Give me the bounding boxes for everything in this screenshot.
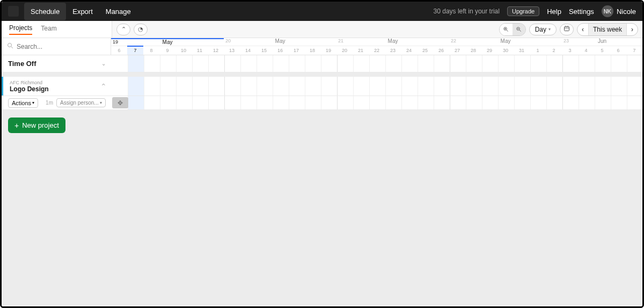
assign-row-label: Actions ▾ 1m Assign person... ▾ <box>2 96 112 109</box>
tab-projects[interactable]: Projects <box>9 24 32 35</box>
new-project-label: New project <box>22 121 59 129</box>
nav-schedule[interactable]: Schedule <box>24 3 66 20</box>
section-timeoff-label: Time Off <box>8 60 36 68</box>
day-header[interactable]: 26 <box>433 46 449 55</box>
day-header[interactable]: 31 <box>514 46 530 55</box>
day-header[interactable]: 19 <box>320 46 336 55</box>
nav-manage[interactable]: Manage <box>99 3 137 20</box>
day-header[interactable]: 21 <box>353 46 369 55</box>
rows: Time Off ⌄ AFC Richmond Logo Design ⌃ <box>2 55 642 110</box>
user-menu[interactable]: NK Nicole <box>602 5 636 17</box>
week-header: 23Jun <box>562 38 642 46</box>
zoom-level-label: Day <box>535 26 546 33</box>
plus-icon: + <box>14 122 19 129</box>
chevron-down-icon: ▾ <box>548 27 551 32</box>
day-header[interactable]: 12 <box>208 46 224 55</box>
chevron-left-icon: ‹ <box>582 26 584 33</box>
week-header: 19May <box>111 38 224 46</box>
assign-row: Actions ▾ 1m Assign person... ▾ ✥ <box>2 96 642 110</box>
chevron-down-icon: ⌄ <box>101 61 106 67</box>
tab-team[interactable]: Team <box>41 25 56 34</box>
project-row: AFC Richmond Logo Design ⌃ <box>2 77 642 96</box>
day-header[interactable]: 2 <box>546 46 562 55</box>
day-header[interactable]: 6 <box>610 46 626 55</box>
day-header[interactable]: 10 <box>175 46 192 55</box>
svg-rect-7 <box>564 27 569 31</box>
search-input[interactable] <box>17 43 105 50</box>
day-header[interactable]: 13 <box>224 46 240 55</box>
day-header[interactable]: 4 <box>578 46 594 55</box>
day-header[interactable]: 22 <box>369 46 385 55</box>
day-header[interactable]: 14 <box>240 46 256 55</box>
day-header[interactable]: 11 <box>192 46 208 55</box>
day-header[interactable]: 15 <box>256 46 272 55</box>
new-project-button[interactable]: + New project <box>8 118 65 133</box>
app-logo[interactable] <box>8 6 19 17</box>
day-header[interactable]: 1 <box>530 46 546 55</box>
section-timeoff-header[interactable]: Time Off ⌄ <box>2 55 112 72</box>
day-header[interactable]: 7 <box>127 46 143 55</box>
day-header[interactable]: 20 <box>336 46 353 55</box>
day-header[interactable]: 18 <box>304 46 320 55</box>
search-cell <box>2 38 111 55</box>
next-range-button[interactable]: › <box>626 24 638 35</box>
week-header: 20May <box>224 38 336 46</box>
day-header[interactable]: 30 <box>497 46 514 55</box>
nav-export[interactable]: Export <box>66 3 99 20</box>
settings-link[interactable]: Settings <box>569 8 594 16</box>
day-header[interactable]: 8 <box>143 46 159 55</box>
zoom-group <box>499 23 526 36</box>
day-header[interactable]: 28 <box>465 46 481 55</box>
day-header[interactable]: 25 <box>417 46 433 55</box>
zoom-level-select[interactable]: Day ▾ <box>529 24 557 35</box>
project-name: Logo Design <box>10 85 106 93</box>
project-client: AFC Richmond <box>10 80 106 85</box>
day-header[interactable]: 16 <box>272 46 288 55</box>
calendar-button[interactable] <box>560 24 574 35</box>
trial-text: 30 days left in your trial <box>434 8 500 15</box>
day-header[interactable]: 17 <box>288 46 304 55</box>
avatar: NK <box>602 5 613 17</box>
project-grid[interactable] <box>112 77 642 96</box>
day-header[interactable]: 3 <box>562 46 578 55</box>
project-header[interactable]: AFC Richmond Logo Design ⌃ <box>2 77 112 96</box>
chevron-down-icon: ▾ <box>100 100 102 105</box>
day-header[interactable]: 5 <box>594 46 610 55</box>
day-header[interactable]: 7 <box>626 46 642 55</box>
zoom-in-button[interactable] <box>500 24 513 35</box>
range-label-button[interactable]: This week <box>588 24 626 35</box>
task-block[interactable]: ✥ <box>112 97 128 108</box>
day-header[interactable]: 24 <box>401 46 417 55</box>
svg-point-11 <box>8 43 12 47</box>
calendar-icon <box>564 25 570 33</box>
day-header[interactable]: 27 <box>449 46 465 55</box>
collapse-all-button[interactable]: ⌃ <box>116 24 130 35</box>
prev-range-button[interactable]: ‹ <box>577 24 588 35</box>
upgrade-button[interactable]: Upgrade <box>507 6 539 16</box>
section-timeoff-grid[interactable] <box>112 55 642 72</box>
move-icon: ✥ <box>118 99 123 107</box>
month-label: Jun <box>598 38 606 44</box>
svg-line-12 <box>11 47 13 48</box>
jump-today-button[interactable]: ◔ <box>134 24 148 35</box>
clock-icon: ◔ <box>138 26 143 33</box>
range-nav: ‹ This week › <box>577 23 638 36</box>
section-timeoff: Time Off ⌄ <box>2 55 642 72</box>
month-label: May <box>388 38 398 44</box>
day-header[interactable]: 23 <box>385 46 401 55</box>
day-header[interactable]: 6 <box>111 46 127 55</box>
help-link[interactable]: Help <box>547 8 561 16</box>
month-label: May <box>163 39 173 45</box>
topbar: Schedule Export Manage 30 days left in y… <box>2 2 642 21</box>
assign-placeholder: Assign person... <box>60 100 99 106</box>
day-header[interactable]: 9 <box>159 46 175 55</box>
assign-grid[interactable]: ✥ <box>112 96 642 109</box>
actions-button[interactable]: Actions ▾ <box>8 98 38 108</box>
zoom-out-button[interactable] <box>513 24 525 35</box>
assign-person-select[interactable]: Assign person... ▾ <box>56 98 106 107</box>
sidebar-tabs: Projects Team <box>2 21 112 38</box>
main: Time Off ⌄ AFC Richmond Logo Design ⌃ <box>2 55 642 306</box>
empty-area: + New project <box>2 110 642 306</box>
month-label: May <box>501 38 511 44</box>
day-header[interactable]: 29 <box>481 46 497 55</box>
